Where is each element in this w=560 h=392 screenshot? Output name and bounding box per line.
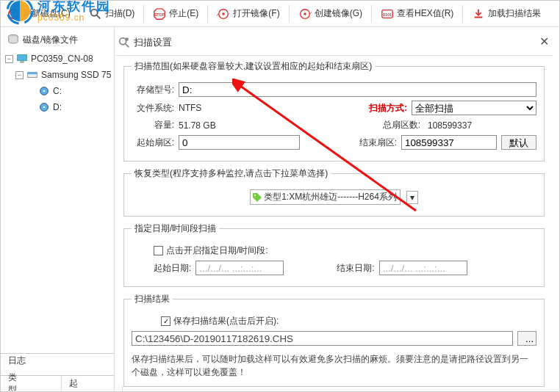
model-label: 存储型号: xyxy=(132,84,174,96)
svg-text:STOP: STOP xyxy=(154,12,165,16)
tree-drive-d[interactable]: D: xyxy=(5,99,112,115)
svg-rect-15 xyxy=(28,72,37,74)
end-date-label: 结束日期: xyxy=(337,262,374,275)
scan-result-group: 扫描结果 ✓ 保存扫描结果(点击后开启): ... 保存扫描结果后，可以随时加载… xyxy=(123,293,545,387)
sidebar-title: 磁盘/镜像文件 xyxy=(2,30,112,49)
svg-point-20 xyxy=(120,38,126,45)
scan-settings-dialog: 扫描设置 ✕ 扫描范围(如果硬盘容量较大,建议设置相应的起始和结束扇区) 存储型… xyxy=(115,33,553,385)
refresh-label: 刷新磁盘(C) xyxy=(23,7,71,20)
hex-label: 查看HEX值(R) xyxy=(397,7,453,20)
create-image-button[interactable]: 创建镜像(G) xyxy=(294,5,367,23)
open-image-label: 打开镜像(F) xyxy=(233,7,279,20)
disk-stack-icon xyxy=(7,33,20,46)
recover-type-select[interactable]: 类型1:XM杭州雄迈-------H264系列 xyxy=(250,189,401,205)
enable-date-checkbox[interactable]: 点击开启指定日期/时间段: xyxy=(154,244,268,257)
model-input[interactable] xyxy=(179,82,536,97)
svg-point-22 xyxy=(125,37,129,41)
disk-tree: − PC0359_CN-08 − Samsung SSD 75 xyxy=(2,49,112,115)
scan-label: 扫描(D) xyxy=(105,7,135,20)
svg-point-0 xyxy=(9,9,18,18)
range-legend: 扫描范围(如果硬盘容量较大,建议设置相应的起始和结束扇区) xyxy=(132,60,375,73)
create-image-label: 创建镜像(G) xyxy=(315,7,362,20)
default-button[interactable]: 默认 xyxy=(501,135,536,150)
total-sector-label: 总扇区数: xyxy=(383,119,420,131)
refresh-icon xyxy=(7,7,20,21)
open-image-icon xyxy=(217,7,230,21)
checkbox-checked-icon: ✓ xyxy=(161,316,170,326)
result-hint: 保存扫描结果后，可以随时加载这样可以有效避免多次扫描的麻烦。须要注意的是请把路径… xyxy=(132,349,536,379)
tag-icon xyxy=(252,192,262,203)
date-legend: 指定日期/时间段扫描 xyxy=(132,222,219,235)
dialog-title: 扫描设置 xyxy=(131,36,172,49)
svg-point-23 xyxy=(254,195,256,196)
svg-text:0101: 0101 xyxy=(383,12,392,16)
tree-ssd[interactable]: − Samsung SSD 75 xyxy=(5,67,112,83)
partition-icon xyxy=(37,84,51,98)
drive-icon xyxy=(26,68,39,81)
search-icon xyxy=(89,7,102,21)
fs-value: NTFS xyxy=(179,103,223,113)
svg-rect-12 xyxy=(18,55,27,61)
col-type[interactable]: 类型 xyxy=(1,376,62,391)
svg-line-2 xyxy=(96,15,100,18)
svg-point-17 xyxy=(43,90,46,92)
result-path-input[interactable] xyxy=(132,331,513,346)
start-sector-label: 起始扇区: xyxy=(132,137,174,149)
end-sector-input[interactable] xyxy=(401,135,497,150)
scan-range-group: 扫描范围(如果硬盘容量较大,建议设置相应的起始和结束扇区) 存储型号: 文件系统… xyxy=(123,60,545,161)
scan-mode-select[interactable]: 全部扫描 xyxy=(412,101,536,115)
result-legend: 扫描结果 xyxy=(132,293,173,305)
tree-drive-c[interactable]: C: xyxy=(5,83,112,99)
stop-label: 停止(E) xyxy=(169,7,198,20)
list-header: 类型 起 xyxy=(1,375,114,391)
scan-mode-label: 扫描方式: xyxy=(369,102,407,115)
capacity-label: 容量: xyxy=(132,119,174,131)
hex-icon: 0101 xyxy=(381,7,394,21)
svg-point-6 xyxy=(223,12,226,15)
load-result-button[interactable]: 加载扫描结果 xyxy=(467,5,545,23)
partition-icon xyxy=(37,101,51,114)
start-sector-input[interactable] xyxy=(179,135,300,150)
date-scan-group: 指定日期/时间段扫描 点击开启指定日期/时间段: 起始日期: 结束日期: xyxy=(123,222,545,287)
end-sector-label: 结束扇区: xyxy=(359,137,397,149)
download-icon xyxy=(472,7,485,21)
close-icon[interactable]: ✕ xyxy=(539,35,549,48)
tree-root[interactable]: − PC0359_CN-08 xyxy=(5,51,112,67)
svg-point-1 xyxy=(90,9,97,15)
refresh-disk-button[interactable]: 刷新磁盘(C) xyxy=(2,5,75,23)
load-result-label: 加载扫描结果 xyxy=(488,7,541,20)
computer-icon xyxy=(15,52,29,65)
svg-line-21 xyxy=(126,44,129,48)
checkbox-box-icon xyxy=(154,246,163,255)
capacity-value: 51.78 GB xyxy=(179,120,237,131)
total-sector-value: 108599337 xyxy=(425,120,498,131)
browse-button[interactable]: ... xyxy=(517,331,536,346)
stop-button[interactable]: STOP 停止(E) xyxy=(148,5,203,23)
end-date-input[interactable] xyxy=(379,261,467,275)
fs-label: 文件系统: xyxy=(132,102,174,115)
type-dropdown-button[interactable]: ▾ xyxy=(406,191,418,204)
settings-search-icon xyxy=(118,36,131,49)
start-date-input[interactable] xyxy=(195,261,284,275)
scan-button[interactable]: 扫描(D) xyxy=(85,5,140,23)
main-toolbar: 刷新磁盘(C) 扫描(D) STOP 停止(E) 打开镜像(F) xyxy=(1,1,559,27)
collapse-icon[interactable]: − xyxy=(5,55,13,63)
create-image-icon xyxy=(298,7,312,21)
recover-legend: 恢复类型(程序支持多种监控,请点击下拉菜单选择) xyxy=(132,167,331,180)
collapse-icon[interactable]: − xyxy=(15,71,24,79)
sidebar: 磁盘/镜像文件 − PC0359_CN-08 − Samsung SSD 75 xyxy=(1,27,115,391)
save-result-checkbox[interactable]: ✓ 保存扫描结果(点击后开启): xyxy=(161,315,279,327)
open-image-button[interactable]: 打开镜像(F) xyxy=(212,5,284,23)
recover-type-group: 恢复类型(程序支持多种监控,请点击下拉菜单选择) 类型1:XM杭州雄迈-----… xyxy=(123,167,545,217)
start-date-label: 起始日期: xyxy=(154,262,191,275)
stop-icon: STOP xyxy=(153,7,166,21)
col-start[interactable]: 起 xyxy=(62,376,123,391)
svg-rect-13 xyxy=(20,62,24,63)
svg-point-8 xyxy=(304,12,306,15)
view-hex-button[interactable]: 0101 查看HEX值(R) xyxy=(376,5,458,23)
log-panel-header: 日志 xyxy=(1,353,114,368)
svg-point-19 xyxy=(43,106,46,109)
